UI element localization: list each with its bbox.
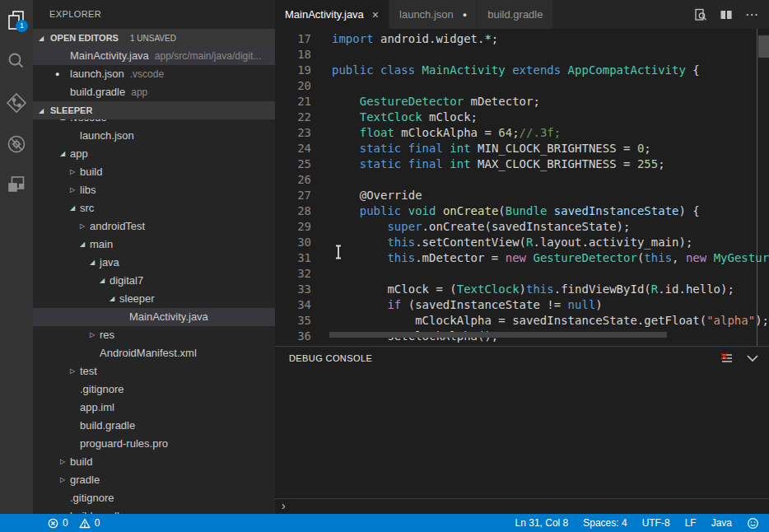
encoding-setting[interactable]: UTF-8 <box>642 517 670 529</box>
line-number[interactable]: 34 <box>275 297 311 313</box>
line-content: mClockAlpha = savedInstanceState.getFloa… <box>311 313 769 329</box>
tab-bar: MainActivity.java×launch.json●build.grad… <box>275 0 769 29</box>
line-number[interactable]: 25 <box>275 156 311 172</box>
tree-item[interactable]: ▷test <box>33 362 275 380</box>
line-number[interactable]: 27 <box>275 188 311 203</box>
clear-console-icon[interactable] <box>720 352 733 364</box>
token: this <box>387 251 415 264</box>
tree-item[interactable]: ◢java <box>33 254 275 272</box>
tree-item[interactable]: ▷gradle <box>33 471 275 489</box>
line-number[interactable]: 32 <box>275 266 311 282</box>
line-number[interactable]: 22 <box>275 110 311 125</box>
tree-item[interactable]: ◢app <box>33 145 275 163</box>
code-line[interactable]: 27 @Override <box>275 188 769 203</box>
activity-debug-button[interactable] <box>0 124 33 165</box>
code-line[interactable]: 26 <box>275 172 769 188</box>
folder-section-header[interactable]: ◢ SLEEPER <box>33 101 275 119</box>
code-line[interactable]: 32 <box>275 266 769 282</box>
line-number[interactable]: 35 <box>275 313 311 329</box>
code-line[interactable]: 18 <box>275 47 769 63</box>
problems-indicator[interactable]: 0 0 <box>48 517 100 529</box>
code-line[interactable]: 23 float mClockAlpha = 64;//.3f; <box>275 125 769 141</box>
code-line[interactable]: 17import android.widget.*; <box>275 31 769 47</box>
horizontal-scrollbar[interactable] <box>329 332 667 338</box>
line-number[interactable]: 36 <box>275 329 311 344</box>
open-editor-item[interactable]: MainActivity.javaapp/src/main/java/digit… <box>33 47 275 65</box>
code-line[interactable]: 21 GestureDetector mDetector; <box>275 94 769 110</box>
line-number[interactable]: 17 <box>275 31 311 47</box>
tree-item[interactable]: build.gradle <box>33 507 275 514</box>
feedback-smiley-icon[interactable] <box>747 517 759 530</box>
more-actions-icon[interactable]: ⋯ <box>745 8 758 21</box>
open-editor-item[interactable]: ●launch.json.vscode <box>33 65 275 83</box>
code-line[interactable]: 22 TextClock mClock; <box>275 110 769 125</box>
vertical-scrollbar[interactable] <box>757 29 769 346</box>
tree-item[interactable]: ▷build <box>33 163 275 181</box>
line-number[interactable]: 30 <box>275 235 311 250</box>
code-line[interactable]: 25 static final int MAX_CLOCK_BRIGHTNESS… <box>275 156 769 172</box>
tree-item[interactable]: ▷res <box>33 326 275 344</box>
tree-item[interactable]: proguard-rules.pro <box>33 435 275 453</box>
code-line[interactable]: 34 if (savedInstanceState != null) <box>275 297 769 313</box>
token <box>332 298 387 311</box>
code-line[interactable]: 24 static final int MIN_CLOCK_BRIGHTNESS… <box>275 141 769 156</box>
code-line[interactable]: 35 mClockAlpha = savedInstanceState.getF… <box>275 313 769 329</box>
code-line[interactable]: 31 this.mDetector = new GestureDetector(… <box>275 250 769 266</box>
code-line[interactable]: 29 super.onCreate(savedInstanceState); <box>275 219 769 235</box>
tree-item[interactable]: .gitignore <box>33 489 275 507</box>
token: new <box>686 251 706 264</box>
tab-build.gradle[interactable]: build.gradle <box>478 0 552 29</box>
tree-item[interactable]: .gitignore <box>33 380 275 399</box>
line-number[interactable]: 19 <box>275 63 311 78</box>
clipped-tree-item: ◢.vscode <box>33 119 275 127</box>
line-number[interactable]: 31 <box>275 250 311 266</box>
code-editor[interactable]: 17import android.widget.*;1819public cla… <box>275 29 769 346</box>
line-number[interactable]: 20 <box>275 78 311 94</box>
tree-item[interactable]: ▷build <box>33 453 275 471</box>
language-mode[interactable]: Java <box>711 517 732 529</box>
close-icon[interactable]: × <box>372 8 379 21</box>
activity-extensions-button[interactable] <box>0 165 33 206</box>
code-line[interactable]: 19public class MainActivity extends AppC… <box>275 63 769 78</box>
tabs: MainActivity.java×launch.json●build.grad… <box>275 0 553 29</box>
code-line[interactable]: 30 this.setContentView(R.layout.activity… <box>275 235 769 250</box>
tree-item[interactable]: ◢sleeper <box>33 290 275 308</box>
line-number[interactable]: 21 <box>275 94 311 110</box>
scrollbar-thumb[interactable] <box>758 35 769 58</box>
cursor-position[interactable]: Ln 31, Col 8 <box>515 517 569 529</box>
tree-item[interactable]: launch.json <box>33 127 275 145</box>
eol-setting[interactable]: LF <box>685 517 697 529</box>
line-number[interactable]: 28 <box>275 203 311 219</box>
line-number[interactable]: 33 <box>275 282 311 297</box>
tree-item[interactable]: ▷androidTest <box>33 217 275 236</box>
tree-item[interactable]: MainActivity.java <box>33 308 275 326</box>
activity-search-button[interactable] <box>0 41 33 82</box>
tab-launch.json[interactable]: launch.json● <box>389 0 477 29</box>
tree-item[interactable]: AndroidManifest.xml <box>33 344 275 362</box>
code-line[interactable]: 28 public void onCreate(Bundle savedInst… <box>275 203 769 219</box>
code-line[interactable]: 20 <box>275 78 769 94</box>
line-number[interactable]: 26 <box>275 172 311 188</box>
tab-MainActivity.java[interactable]: MainActivity.java× <box>275 0 389 29</box>
split-editor-icon[interactable] <box>720 8 733 21</box>
indentation-setting[interactable]: Spaces: 4 <box>583 517 627 529</box>
tree-item[interactable]: ◢main <box>33 236 275 254</box>
tree-item[interactable]: build.gradle <box>33 417 275 435</box>
close-panel-chevron-icon[interactable] <box>746 353 759 363</box>
code-line[interactable]: 33 mClock = (TextClock)this.findViewById… <box>275 282 769 297</box>
tree-item[interactable]: app.iml <box>33 399 275 417</box>
tree-item[interactable]: ◢src <box>33 199 275 217</box>
line-number[interactable]: 29 <box>275 219 311 235</box>
open-preview-icon[interactable] <box>694 8 707 21</box>
debug-repl-input[interactable]: › <box>275 498 769 515</box>
activity-explorer-button[interactable]: 1 <box>0 0 33 41</box>
tree-item[interactable]: ◢.vscode <box>33 119 275 127</box>
tree-item[interactable]: ▷libs <box>33 181 275 199</box>
line-number[interactable]: 24 <box>275 141 311 156</box>
line-number[interactable]: 23 <box>275 125 311 141</box>
tree-item[interactable]: ◢digital7 <box>33 272 275 290</box>
open-editors-header[interactable]: ◢ OPEN EDITORS 1 UNSAVED <box>33 29 275 47</box>
open-editor-item[interactable]: build.gradleapp <box>33 83 275 101</box>
activity-source-control-button[interactable] <box>0 82 33 124</box>
line-number[interactable]: 18 <box>275 47 311 63</box>
